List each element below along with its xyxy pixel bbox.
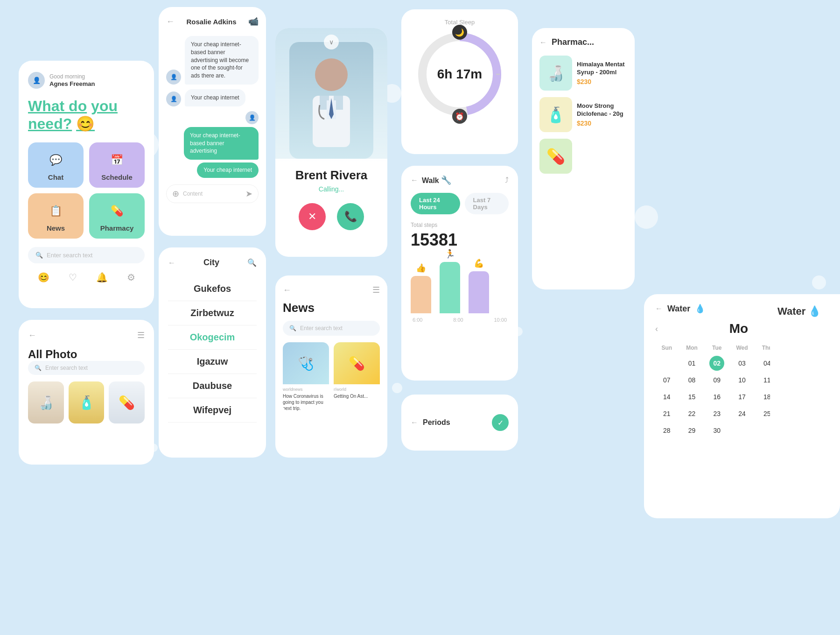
cal-day-30[interactable]: 30: [705, 423, 728, 438]
city-list: Gukefos Zirbetwuz Okogecim Igazuw Daubus…: [168, 277, 257, 423]
water-side-title: Water 💧: [777, 305, 821, 318]
water-side-panel: Water 💧: [770, 294, 840, 453]
pharmacy-price-2: $230: [577, 120, 627, 127]
news-image-2: 💊: [334, 342, 380, 384]
periods-left: ← Periods: [411, 418, 450, 427]
photo-search-bar[interactable]: 🔍 Enter search text: [28, 361, 145, 375]
home-search-bar[interactable]: 🔍 Enter search text: [28, 247, 145, 263]
cal-day-24[interactable]: 24: [730, 406, 754, 421]
steps-header: ← Walk 🔧 ⤴: [411, 175, 509, 185]
accept-icon: 📞: [344, 211, 357, 223]
cal-day-03[interactable]: 03: [730, 356, 754, 371]
steps-share-icon[interactable]: ⤴: [505, 176, 509, 184]
call-card: ∨ Brent Rivera Calling... ✕ 📞: [275, 28, 387, 257]
city-back-icon[interactable]: ←: [168, 259, 175, 267]
news-back-icon[interactable]: ←: [283, 285, 291, 295]
greeting-row: 👤 Good morning Agnes Freeman: [28, 72, 145, 89]
chat-input[interactable]: Content: [183, 190, 242, 197]
city-item-3[interactable]: Igazuw: [168, 350, 257, 374]
bar-col-2: 🏃: [440, 262, 460, 313]
cal-day-21[interactable]: 21: [655, 406, 679, 421]
city-search-icon[interactable]: 🔍: [247, 258, 257, 267]
cal-day-07[interactable]: 07: [655, 373, 679, 388]
cal-day-09[interactable]: 09: [705, 373, 728, 388]
chat-add-icon[interactable]: ⊕: [172, 189, 179, 199]
pharmacy-item-2: 🧴 Moov Strong Diclofenac - 20g $230: [539, 97, 627, 132]
doctor-name: Brent Rivera: [285, 168, 378, 183]
periods-card: ← Periods ✓: [401, 395, 518, 451]
bar-col-3: 💪: [469, 271, 489, 313]
home-card: 👤 Good morning Agnes Freeman What do you…: [19, 61, 154, 308]
steps-title: Walk 🔧: [422, 175, 451, 185]
received-bubble-1: Your cheap internet-based banner adverti…: [185, 36, 259, 85]
tab-last-7d[interactable]: Last 7 Days: [465, 193, 509, 214]
photo-thumb-1[interactable]: 🍶: [28, 381, 64, 423]
bar-3: 💪: [469, 271, 489, 313]
news-button[interactable]: 📋 News: [28, 193, 84, 239]
cal-prev-icon[interactable]: ‹: [655, 324, 658, 334]
pharmacy-img-2: 🧴: [539, 97, 572, 132]
cal-day-22[interactable]: 22: [680, 406, 704, 421]
bar-2: 🏃: [440, 262, 460, 313]
headline-part2: you: [91, 98, 118, 114]
accept-call-button[interactable]: 📞: [337, 203, 364, 230]
cal-day-14[interactable]: 14: [655, 389, 679, 404]
cal-day-02[interactable]: 02: [709, 356, 724, 371]
cal-day-17[interactable]: 17: [730, 389, 754, 404]
nav-home-icon[interactable]: 😊: [38, 272, 49, 283]
photo-thumb-3[interactable]: 💊: [109, 381, 145, 423]
cal-day-29[interactable]: 29: [680, 423, 704, 438]
nav-heart-icon[interactable]: ♡: [69, 272, 77, 283]
news-article-1[interactable]: 🩺 worldnews How Coronavirus is going to …: [283, 342, 329, 411]
pharmacy-back-icon[interactable]: ←: [539, 38, 547, 47]
photo-menu-icon[interactable]: ☰: [137, 330, 145, 340]
decline-call-button[interactable]: ✕: [299, 203, 326, 230]
news-search-bar[interactable]: 🔍 Enter search text: [283, 321, 380, 336]
self-avatar: 👤: [245, 111, 259, 124]
all-photo-card: ← ☰ All Photo 🔍 Enter search text 🍶 🧴 💊: [19, 320, 154, 465]
city-item-0[interactable]: Gukefos: [168, 277, 257, 301]
city-item-4[interactable]: Daubuse: [168, 374, 257, 398]
nav-settings-icon[interactable]: ⚙: [127, 272, 135, 283]
periods-back-icon[interactable]: ←: [411, 418, 418, 427]
chat-input-row[interactable]: ⊕ Content ➤: [166, 184, 259, 203]
periods-check-button[interactable]: ✓: [492, 414, 509, 431]
chat-send-icon[interactable]: ➤: [245, 189, 252, 199]
cal-day-15[interactable]: 15: [680, 389, 704, 404]
call-chevron-icon[interactable]: ∨: [324, 35, 339, 49]
cal-day-08[interactable]: 08: [680, 373, 704, 388]
message-1: 👤 Your cheap internet-based banner adver…: [166, 36, 259, 85]
cal-day-23[interactable]: 23: [705, 406, 728, 421]
news-articles: 🩺 worldnews How Coronavirus is going to …: [283, 342, 380, 411]
cal-day-10[interactable]: 10: [730, 373, 754, 388]
cal-day-01[interactable]: 01: [680, 356, 704, 371]
steps-back-icon[interactable]: ←: [411, 176, 418, 184]
steps-label: Total steps: [411, 222, 509, 228]
headline: What do you need? 😊: [28, 97, 145, 133]
cal-day-16[interactable]: 16: [705, 389, 728, 404]
call-info: Brent Rivera Calling... ✕ 📞: [275, 159, 387, 240]
pharmacy-button[interactable]: 💊 Pharmacy: [89, 193, 145, 239]
greeting-line1: Good morning: [49, 73, 95, 81]
photo-thumb-2[interactable]: 🧴: [69, 381, 105, 423]
tab-last-24h[interactable]: Last 24 Hours: [411, 193, 460, 214]
chat-button[interactable]: 💬 Chat: [28, 142, 84, 188]
chat-back-icon[interactable]: ←: [166, 17, 175, 27]
schedule-button[interactable]: 📅 Schedule: [89, 142, 145, 188]
news-tag-2: r/world: [334, 387, 380, 392]
city-item-5[interactable]: Wifepvej: [168, 398, 257, 423]
pharmacy-price-1: $230: [577, 78, 627, 85]
cal-day-28[interactable]: 28: [655, 423, 679, 438]
dow-mon: Mon: [680, 342, 704, 354]
news-card: ← ☰ News 🔍 Enter search text 🩺 worldnews…: [275, 275, 387, 458]
photo-back-icon[interactable]: ←: [28, 331, 36, 340]
nav-bell-icon[interactable]: 🔔: [96, 272, 108, 283]
pharmacy-label: Pharmacy: [100, 224, 134, 232]
pharmacy-item-3: 💊: [539, 139, 627, 174]
news-article-2[interactable]: 💊 r/world Getting On Ast...: [334, 342, 380, 411]
water-back-icon[interactable]: ←: [655, 304, 663, 313]
city-item-1[interactable]: Zirbetwuz: [168, 301, 257, 325]
chat-video-icon[interactable]: 📹: [248, 16, 259, 27]
city-item-2[interactable]: Okogecim: [168, 325, 257, 350]
news-menu-icon[interactable]: ☰: [372, 285, 380, 295]
